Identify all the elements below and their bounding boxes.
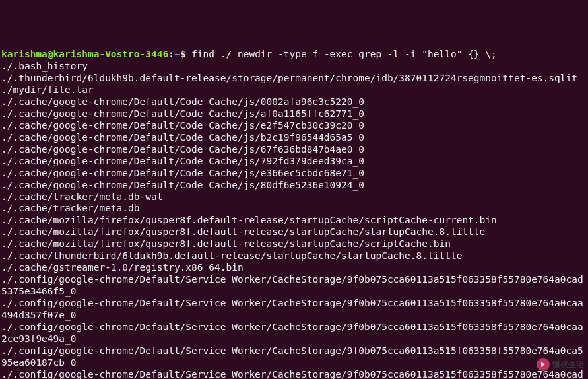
output-line: ./.config/google-chrome/Default/Service … <box>1 322 583 344</box>
output-line: ./.cache/google-chrome/Default/Code Cach… <box>1 120 364 131</box>
output-line: ./.cache/google-chrome/Default/Code Cach… <box>1 108 364 119</box>
prompt-user-host: karishma@karishma-Vostro-3446 <box>1 49 168 59</box>
terminal[interactable]: karishma@karishma-Vostro-3446:~$ find ./… <box>1 49 588 379</box>
prompt-colon: : <box>168 49 174 59</box>
output-line: ./.cache/tracker/meta.db <box>1 203 140 213</box>
output-line: ./.thunderbird/6ldukh9b.default-release/… <box>1 73 577 83</box>
output-line: ./.config/google-chrome/Default/Service … <box>1 369 583 379</box>
output-line: ./.config/google-chrome/Default/Service … <box>1 345 583 368</box>
output-line: ./.cache/tracker/meta.db-wal <box>1 191 162 202</box>
output-line: ./.cache/google-chrome/Default/Code Cach… <box>1 156 364 166</box>
output-line: ./.cache/google-chrome/Default/Code Cach… <box>1 180 364 190</box>
output-line: ./.cache/gstreamer-1.0/registry.x86_64.b… <box>1 262 244 273</box>
output-line: ./.cache/google-chrome/Default/Code Cach… <box>1 132 364 143</box>
prompt-path: ~ <box>174 49 180 59</box>
watermark-text: 懂视生活 <box>552 360 584 370</box>
output-line: ./.cache/mozilla/firefox/qusper8f.defaul… <box>1 215 497 225</box>
output-line: ./.cache/mozilla/firefox/qusper8f.defaul… <box>1 238 451 249</box>
output-line: ./.cache/thunderbird/6ldukh9b.default-re… <box>1 250 462 261</box>
output-line: ./.cache/google-chrome/Default/Code Cach… <box>1 96 364 107</box>
play-icon <box>537 358 550 371</box>
output-line: ./.bash_history <box>1 61 88 71</box>
output-line: ./.config/google-chrome/Default/Service … <box>1 274 583 296</box>
command-text: find ./ newdir -type f -exec grep -l -i … <box>185 49 496 59</box>
output-line: ./.cache/google-chrome/Default/Code Cach… <box>1 168 364 178</box>
output-line: ./mydir/file.tar <box>1 85 94 95</box>
watermark: 懂视生活 <box>537 358 584 371</box>
output-line: ./.cache/mozilla/firefox/qusper8f.defaul… <box>1 226 485 237</box>
output-line: ./.cache/google-chrome/Default/Code Cach… <box>1 144 364 155</box>
output-line: ./.config/google-chrome/Default/Service … <box>1 298 583 320</box>
